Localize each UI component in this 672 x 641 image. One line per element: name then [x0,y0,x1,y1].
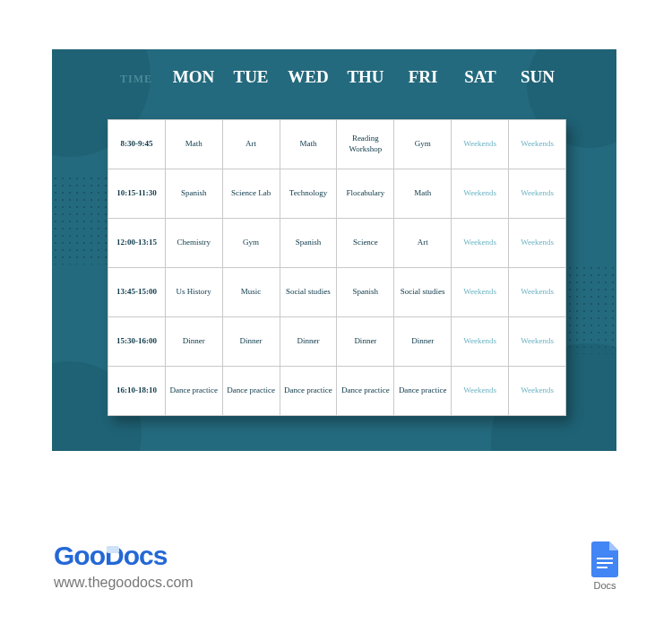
weekend-cell: Weekends [509,367,566,416]
subject-cell: Dance practice [165,367,222,416]
header-day-wed: WED [280,67,337,87]
weekend-cell: Weekends [452,317,509,367]
subject-cell: Dance practice [394,367,452,416]
weekend-cell: Weekends [452,169,509,219]
time-cell: 8:30-9:45 [108,120,166,169]
subject-cell: Dance practice [337,367,394,416]
subject-cell: Art [222,120,280,169]
subject-cell: Dance practice [280,367,337,416]
brand-logo-text: Goo [54,541,105,570]
subject-cell: Art [394,219,452,268]
brand: GooDocs www.thegoodocs.com [54,541,194,591]
subject-cell: Chemistry [165,219,222,268]
header-day-sat: SAT [452,67,509,87]
subject-cell: Gym [394,120,452,169]
subject-cell: Social studies [280,268,337,317]
brand-logo-text: ocs [124,541,168,570]
weekend-cell: Weekends [452,120,509,169]
header-day-fri: FRI [394,67,452,87]
subject-cell: Math [280,120,337,169]
subject-cell: Reading Workshop [337,120,394,169]
docs-file-icon [591,541,618,577]
fold-icon [107,546,119,553]
svg-rect-2 [597,567,607,568]
subject-cell: Dance practice [222,367,280,416]
table-row: 10:15-11:30SpanishScience LabTechnologyF… [108,169,566,219]
table-row: 13:45-15:00Us HistoryMusicSocial studies… [108,268,566,317]
subject-cell: Us History [165,268,222,317]
brand-url: www.thegoodocs.com [54,575,194,591]
subject-cell: Technology [280,169,337,219]
header-day-tue: TUE [222,67,280,87]
subject-cell: Flocabulary [337,169,394,219]
time-cell: 12:00-13:15 [108,219,166,268]
svg-rect-1 [597,562,613,564]
subject-cell: Gym [222,219,280,268]
subject-cell: Music [222,268,280,317]
weekend-cell: Weekends [509,317,566,367]
table-row: 16:10-18:10Dance practiceDance practiceD… [108,367,566,416]
table-row: 15:30-16:00DinnerDinnerDinnerDinnerDinne… [108,317,566,367]
subject-cell: Spanish [165,169,222,219]
schedule-card: TIME MON TUE WED THU FRI SAT SUN 8:30-9:… [52,49,616,451]
time-cell: 16:10-18:10 [108,367,166,416]
table-row: 8:30-9:45MathArtMathReading WorkshopGymW… [108,120,566,169]
subject-cell: Social studies [394,268,452,317]
subject-cell: Dinner [165,317,222,367]
weekend-cell: Weekends [452,219,509,268]
subject-cell: Dinner [280,317,337,367]
subject-cell: Math [394,169,452,219]
brand-logo-d: D [105,541,124,571]
time-cell: 10:15-11:30 [108,169,166,219]
svg-rect-0 [597,558,613,559]
weekend-cell: Weekends [509,219,566,268]
subject-cell: Spanish [280,219,337,268]
subject-cell: Science [337,219,394,268]
docs-label: Docs [593,580,616,591]
brand-logo: GooDocs [54,541,194,571]
schedule-header-row: TIME MON TUE WED THU FRI SAT SUN [108,67,566,87]
weekend-cell: Weekends [452,367,509,416]
header-time: TIME [108,67,165,87]
subject-cell: Spanish [337,268,394,317]
schedule-table: 8:30-9:45MathArtMathReading WorkshopGymW… [108,119,566,416]
weekend-cell: Weekends [509,268,566,317]
table-row: 12:00-13:15ChemistryGymSpanishScienceArt… [108,219,566,268]
weekend-cell: Weekends [509,169,566,219]
header-day-mon: MON [165,67,222,87]
subject-cell: Science Lab [222,169,280,219]
time-cell: 13:45-15:00 [108,268,166,317]
header-day-sun: SUN [509,67,566,87]
google-docs-icon: Docs [591,541,618,591]
weekend-cell: Weekends [452,268,509,317]
subject-cell: Dinner [337,317,394,367]
subject-cell: Dinner [222,317,280,367]
subject-cell: Math [165,120,222,169]
footer: GooDocs www.thegoodocs.com Docs [54,541,618,591]
header-day-thu: THU [337,67,394,87]
time-cell: 15:30-16:00 [108,317,166,367]
subject-cell: Dinner [394,317,452,367]
weekend-cell: Weekends [509,120,566,169]
